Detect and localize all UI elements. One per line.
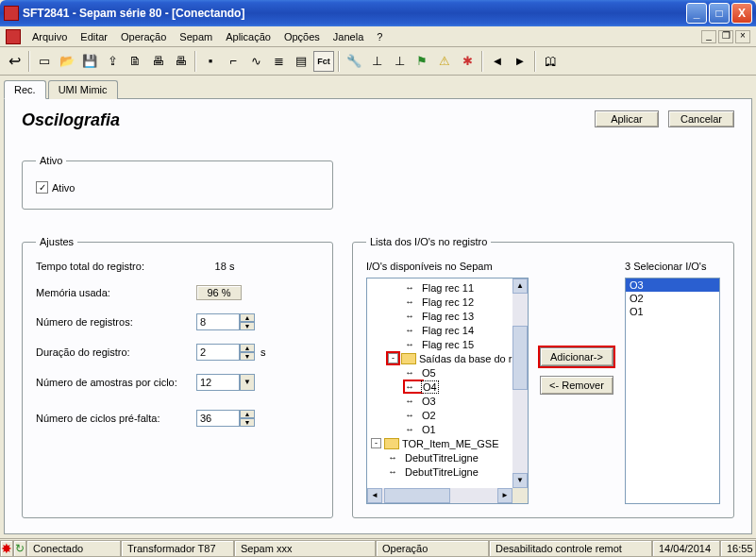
tool-flag-icon[interactable]: ⚑ [412,51,432,72]
prefalta-input[interactable] [196,410,240,427]
tool-list-icon[interactable]: ▤ [291,51,311,72]
tool-new-icon[interactable]: ▭ [34,51,55,72]
title-bar: SFT2841 - Sepam série 80 - [Conectando] … [0,0,756,26]
status-indicator-icon: ✸ [0,540,13,557]
tool-align-icon[interactable]: ≣ [268,51,289,72]
selected-listbox[interactable]: O3 O2 O1 [625,278,720,504]
tool-help-icon[interactable]: 🕮 [540,51,561,72]
tree-item[interactable]: ↔O3 [371,394,512,408]
amostras-input[interactable] [196,374,240,391]
minimize-button[interactable]: _ [686,3,707,24]
tool-export-icon[interactable]: ⇪ [102,51,123,72]
tree-item[interactable]: ↔Flag rec 12 [371,295,512,309]
horizontal-scrollbar[interactable]: ◄ ► [367,488,512,503]
tree-item[interactable]: ↔DebutTitreLigne [371,464,512,479]
num-registros-input[interactable] [196,313,240,330]
tool-node2-icon[interactable]: ⊥ [389,51,410,72]
prefalta-spinner[interactable]: ▲▼ [196,410,255,427]
tool-disk-icon[interactable]: ▪ [200,51,221,72]
menu-janela[interactable]: Janela [328,29,369,44]
tool-wave-icon[interactable]: ∿ [245,51,266,72]
duracao-spinner[interactable]: ▲▼ [196,344,255,361]
tab-umi-mimic[interactable]: UMI Mimic [48,80,118,99]
tree-item[interactable]: ↔Flag rec 11 [371,280,512,295]
tool-print-icon[interactable]: 🖶 [147,51,168,72]
spin-down-icon[interactable]: ▼ [240,418,255,427]
menu-operacao[interactable]: Operação [115,29,172,44]
tool-printall-icon[interactable]: 🖶 [170,51,191,72]
tool-save-icon[interactable]: 💾 [79,51,100,72]
menu-opcoes[interactable]: Opções [278,29,326,44]
maximize-button[interactable]: □ [709,3,730,24]
tree-item[interactable]: ↔O2 [371,408,512,422]
dropdown-icon[interactable]: ▼ [240,374,255,391]
list-item[interactable]: O2 [626,292,719,305]
mdi-close[interactable]: × [735,30,750,43]
tree-box[interactable]: ↔Flag rec 11 ↔Flag rec 12 ↔Flag rec 13 ↔… [366,278,529,504]
selecionar-label: 3 Selecionar I/O's [625,261,720,272]
spin-up-icon[interactable]: ▲ [240,313,255,322]
tree-item[interactable]: ↔O5 [371,365,512,380]
tool-prev-icon[interactable]: ◄ [487,51,508,72]
spin-up-icon[interactable]: ▲ [240,410,255,418]
status-hora: 16:55 [720,540,756,557]
disponiveis-label: I/O's disponíveis no Sepam [366,261,529,272]
tool-back-icon[interactable]: ↩ [4,51,25,72]
cancelar-button[interactable]: Cancelar [668,110,734,127]
duracao-input[interactable] [196,344,240,361]
remover-button[interactable]: <- Remover [540,376,613,395]
menu-arquivo[interactable]: Arquivo [26,29,73,44]
expander-icon[interactable]: - [371,438,381,448]
toolbar: ↩ ▭ 📂 💾 ⇪ 🗎 🖶 🖶 ▪ ⌐ ∿ ≣ ▤ Fct 🔧 ⊥ ⊥ ⚑ ⚠ … [0,47,756,76]
scroll-thumb[interactable] [384,488,450,503]
tool-cross-icon[interactable]: ✱ [457,51,478,72]
expander-icon[interactable]: - [388,353,398,363]
tool-wrench-icon[interactable]: 🔧 [344,51,364,72]
scroll-right-icon[interactable]: ► [497,488,512,503]
tab-rec[interactable]: Rec. [4,80,46,99]
tree-folder-saidas[interactable]: -Saídas da base do r [371,351,512,365]
amostras-combo[interactable]: ▼ [196,374,255,391]
spin-down-icon[interactable]: ▼ [240,352,255,361]
tool-next-icon[interactable]: ► [510,51,530,72]
tool-fct-button[interactable]: Fct [313,51,334,72]
tool-printpreview-icon[interactable]: 🗎 [125,51,145,72]
mdi-minimize[interactable]: _ [701,30,716,43]
tree-item[interactable]: ↔DebutTitreLigne [371,450,512,464]
scroll-up-icon[interactable]: ▲ [512,278,528,294]
menu-help[interactable]: ? [371,29,388,44]
tree-folder-tor[interactable]: -TOR_Item_ME_GSE [371,436,512,450]
menu-editar[interactable]: Editar [75,29,113,44]
tree-item[interactable]: ↔O1 [371,422,512,436]
list-item[interactable]: O3 [626,278,719,292]
num-registros-spinner[interactable]: ▲▼ [196,313,255,330]
adicionar-button[interactable]: Adicionar-> [540,347,613,366]
close-button[interactable]: X [731,3,752,24]
scroll-left-icon[interactable]: ◄ [367,488,382,503]
tool-chart-icon[interactable]: ⌐ [223,51,244,72]
doc-icon [6,29,21,44]
menu-aplicacao[interactable]: Aplicação [220,29,277,44]
status-trafo: Transformador T87 [121,540,234,557]
tool-open-icon[interactable]: 📂 [57,51,77,72]
scroll-down-icon[interactable]: ▼ [512,473,528,488]
tool-warning-icon[interactable]: ⚠ [434,51,455,72]
tree-item-selected[interactable]: ↔O4 [371,380,512,394]
tree-item[interactable]: ↔Flag rec 13 [371,309,512,323]
status-refresh-icon: ↻ [13,540,26,557]
scroll-corner [512,488,528,503]
spin-down-icon[interactable]: ▼ [240,322,255,330]
tree-item[interactable]: ↔Flag rec 15 [371,337,512,351]
panel: Oscilografia Aplicar Cancelar Ativo ✓ At… [4,98,752,534]
workspace: Rec. UMI Mimic Oscilografia Aplicar Canc… [0,76,756,538]
ativo-checkbox[interactable]: ✓ [36,181,48,194]
vertical-scrollbar[interactable]: ▲ ▼ [512,278,528,488]
spin-up-icon[interactable]: ▲ [240,344,255,352]
menu-sepam[interactable]: Sepam [174,29,218,44]
scroll-thumb[interactable] [512,326,528,390]
aplicar-button[interactable]: Aplicar [595,110,659,127]
list-item[interactable]: O1 [626,305,719,318]
tree-item[interactable]: ↔Flag rec 14 [371,323,512,337]
tool-node1-icon[interactable]: ⊥ [366,51,387,72]
mdi-restore[interactable]: ❐ [718,30,733,43]
